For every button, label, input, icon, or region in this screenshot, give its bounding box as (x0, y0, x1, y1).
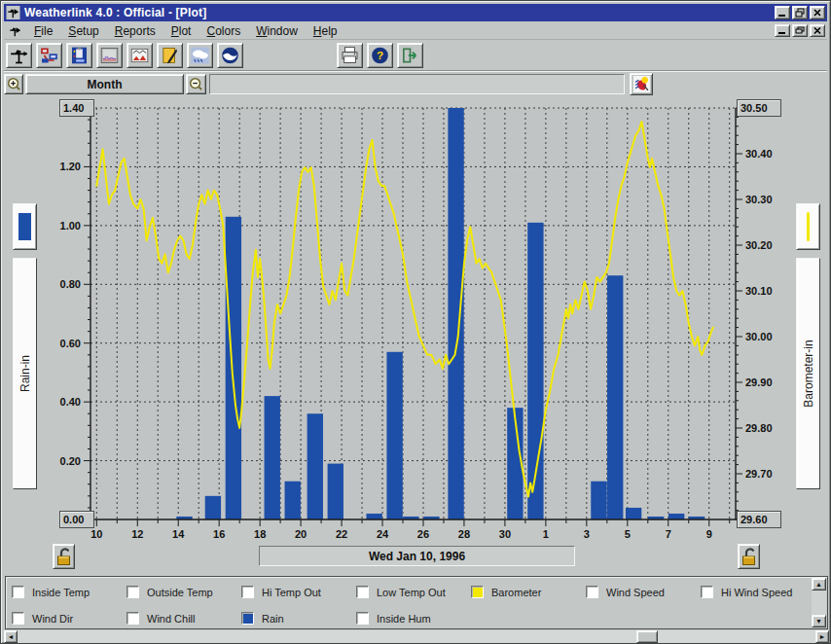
legend-item-inside-temp: Inside Temp (12, 586, 126, 598)
x-tick-label: 5 (625, 528, 631, 540)
checkbox-inside-hum[interactable] (356, 612, 369, 625)
plot-range-field[interactable] (209, 74, 625, 94)
scroll-down-icon[interactable]: ▼ (812, 615, 826, 627)
rain-bar (205, 496, 221, 519)
baro-axis-min-field[interactable]: 29.60 (737, 511, 781, 528)
exit-button[interactable] (397, 43, 423, 68)
rain-bar (668, 514, 684, 519)
checkbox-hi-temp-out[interactable] (241, 586, 254, 598)
rain-bar (328, 464, 343, 519)
scroll-up-icon[interactable]: ▲ (812, 578, 826, 590)
notepad-icon (160, 46, 180, 65)
scrollbar-thumb[interactable] (636, 630, 658, 643)
baro-color-swatch-button[interactable] (796, 203, 820, 250)
rain-tick-label: 0.60 (60, 338, 81, 349)
svg-text:?: ? (377, 49, 383, 61)
checkbox-rain[interactable] (241, 612, 254, 625)
baro-axis-max-field[interactable]: 30.50 (737, 99, 781, 117)
weather-vane-icon (9, 46, 29, 65)
help-button[interactable]: ? (367, 43, 393, 68)
menu-plot[interactable]: Plot (163, 23, 199, 39)
redraw-button[interactable] (630, 73, 653, 95)
toolbar: ? (4, 41, 827, 70)
toolbar-divider (4, 70, 827, 72)
x-tick-label: 18 (254, 528, 266, 540)
rain-tick-label: 0.40 (60, 396, 81, 408)
left-axis-lock-button[interactable] (53, 544, 75, 569)
checkbox-barometer[interactable] (471, 586, 484, 598)
rain-color-swatch-button[interactable] (13, 203, 37, 250)
rain-bar (607, 275, 623, 519)
menu-help[interactable]: Help (306, 23, 345, 39)
horizontal-scrollbar[interactable]: ◄ ► (4, 630, 829, 643)
checkbox-outside-temp[interactable] (126, 586, 139, 598)
rain-tick-label: 0.80 (60, 278, 81, 290)
x-tick-label: 3 (584, 528, 590, 540)
x-tick-label: 22 (336, 528, 347, 540)
baro-axis-title: Barometer-in (802, 340, 815, 407)
menu-file[interactable]: File (26, 23, 60, 39)
zoom-in-button[interactable] (4, 74, 23, 94)
plot-window-icon (99, 46, 120, 65)
scroll-left-icon[interactable]: ◄ (4, 630, 18, 643)
plot-span-button[interactable]: Month (25, 74, 184, 94)
title-bar: Weatherlink 4.0 : Official - [Plot] (4, 4, 827, 21)
rain-axis-title-panel: Rain-in (13, 258, 37, 489)
exit-icon (400, 46, 420, 65)
rain-bar (265, 396, 280, 519)
plot-system-menu-icon[interactable] (8, 24, 22, 38)
child-minimize-button[interactable] (775, 24, 790, 37)
x-tick-label: 10 (90, 528, 102, 540)
notepad-button[interactable] (157, 43, 183, 68)
child-close-button[interactable] (810, 24, 825, 37)
legend-item-wind-chill: Wind Chill (126, 612, 241, 625)
child-restore-button[interactable] (792, 24, 808, 37)
baro-tick-label: 29.80 (745, 422, 773, 434)
checkbox-hi-wind-speed[interactable] (701, 586, 713, 598)
redraw-icon (633, 76, 650, 92)
print-button[interactable] (337, 43, 363, 68)
bulletin-button[interactable] (66, 43, 92, 68)
weather-vane-button[interactable] (6, 43, 32, 68)
x-tick-label: 14 (172, 528, 185, 540)
minimize-button[interactable] (775, 6, 790, 19)
menu-colors[interactable]: Colors (199, 23, 248, 39)
checkbox-wind-chill[interactable] (126, 612, 139, 625)
rain-tick-label: 1.00 (60, 220, 81, 232)
nws-forecast-button[interactable] (187, 43, 213, 68)
plot-background (90, 108, 736, 519)
legend-item-barometer: Barometer (471, 586, 586, 598)
menu-reports[interactable]: Reports (107, 23, 163, 39)
plot-window-button[interactable] (96, 43, 123, 68)
checkbox-inside-temp[interactable] (12, 586, 24, 598)
rain-bar (626, 508, 641, 519)
close-button[interactable] (810, 6, 825, 19)
legend-panel: Inside Temp Outside Temp Hi Temp Out Low… (5, 576, 828, 629)
scroll-right-icon[interactable]: ► (815, 630, 829, 643)
menu-window[interactable]: Window (248, 23, 306, 39)
rain-bar (448, 108, 463, 519)
download-button[interactable] (36, 43, 62, 68)
strip-chart-button[interactable] (126, 43, 153, 68)
legend-item-hi-temp-out: Hi Temp Out (241, 586, 356, 598)
checkbox-wind-speed[interactable] (586, 586, 598, 598)
checkbox-low-temp-out[interactable] (356, 586, 369, 598)
plot-area[interactable]: 0.200.400.600.801.001.2029.7029.8029.903… (1, 96, 789, 546)
x-tick-label: 9 (706, 528, 712, 540)
rain-axis-max-field[interactable]: 1.40 (59, 99, 94, 117)
baro-axis-title-panel: Barometer-in (796, 258, 820, 489)
rain-bar (591, 482, 606, 519)
checkbox-wind-dir[interactable] (12, 612, 24, 625)
right-axis-lock-button[interactable] (738, 544, 760, 569)
window-title: Weatherlink 4.0 : Official - [Plot] (24, 6, 206, 19)
legend-row-2: Wind Dir Wind Chill Rain Inside Hum (12, 612, 471, 625)
menu-setup[interactable]: Setup (60, 23, 106, 39)
restore-button[interactable] (792, 6, 808, 19)
baro-tick-label: 30.20 (745, 239, 773, 251)
rain-axis-min-field[interactable]: 0.00 (59, 511, 94, 528)
legend-item-wind-speed: Wind Speed (586, 586, 701, 598)
legend-vertical-scrollbar[interactable]: ▲ ▼ (812, 578, 826, 627)
rain-tick-label: 1.20 (60, 161, 81, 172)
zoom-out-button[interactable] (186, 74, 206, 94)
noaa-button[interactable] (217, 43, 243, 68)
